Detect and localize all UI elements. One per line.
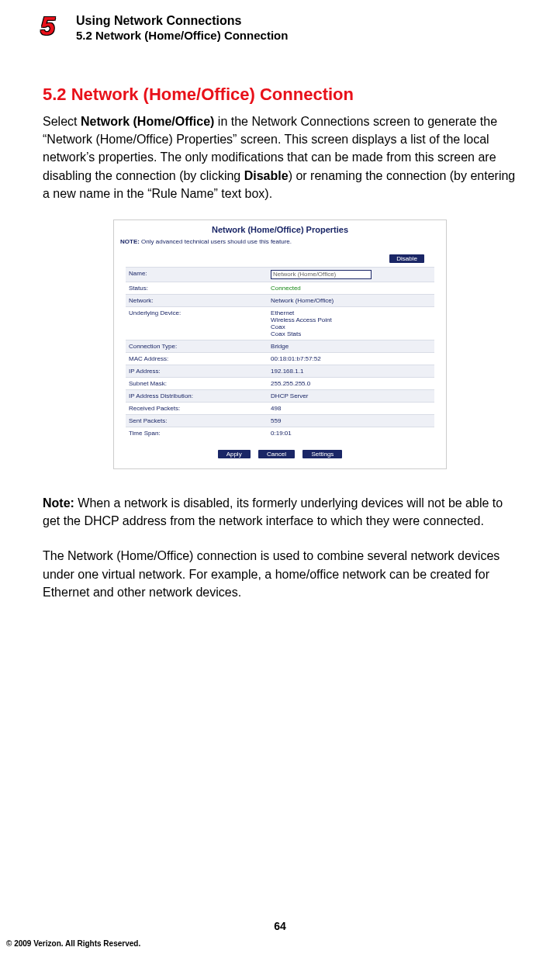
property-value: Connected: [268, 282, 434, 294]
property-key: Sent Packets:: [126, 414, 268, 427]
properties-table: Name:Status:ConnectedNetwork:Network (Ho…: [126, 267, 434, 439]
intro-paragraph: Select Network (Home/Office) in the Netw…: [43, 112, 517, 202]
screenshot-title: Network (Home/Office) Properties: [114, 220, 446, 237]
property-key: Network:: [126, 294, 268, 306]
property-value: Bridge: [268, 340, 434, 352]
property-key: IP Address:: [126, 365, 268, 377]
page-number: 64: [0, 920, 560, 932]
intro-text: Select: [43, 115, 81, 128]
table-row: Underlying Device:EthernetWireless Acces…: [126, 306, 434, 340]
property-key: Name:: [126, 267, 268, 282]
table-row: Subnet Mask:255.255.255.0: [126, 377, 434, 389]
table-row: IP Address:192.168.1.1: [126, 365, 434, 377]
copyright: © 2009 Verizon. All Rights Reserved.: [6, 939, 140, 948]
property-value: 0:19:01: [268, 427, 434, 439]
table-row: Time Span:0:19:01: [126, 427, 434, 439]
property-key: Status:: [126, 282, 268, 294]
table-row: Status:Connected: [126, 282, 434, 294]
property-value: 255.255.255.0: [268, 377, 434, 389]
property-key: Subnet Mask:: [126, 377, 268, 389]
property-value: DHCP Server: [268, 389, 434, 402]
properties-screenshot: Network (Home/Office) Properties NOTE: O…: [113, 219, 447, 469]
table-row: Network:Network (Home/Office): [126, 294, 434, 306]
property-value: [268, 267, 434, 282]
property-key: Connection Type:: [126, 340, 268, 352]
property-key: Time Span:: [126, 427, 268, 439]
action-bar: Apply Cancel Settings: [114, 439, 446, 468]
disable-button[interactable]: Disable: [389, 254, 424, 263]
property-key: IP Address Distribution:: [126, 389, 268, 402]
page-content: 5.2 Network (Home/Office) Connection Sel…: [0, 42, 560, 601]
note-label: Note:: [43, 496, 74, 510]
table-row: Sent Packets:559: [126, 414, 434, 427]
header-subtitle: 5.2 Network (Home/Office) Connection: [76, 29, 560, 42]
property-value: 498: [268, 402, 434, 414]
screenshot-note-text: Only advanced technical users should use…: [140, 238, 292, 245]
intro-bold-network: Network (Home/Office): [81, 115, 214, 128]
property-value: 00:18:01:b7:57:52: [268, 352, 434, 365]
page-header: 5 Using Network Connections 5.2 Network …: [0, 0, 560, 42]
section-heading: 5.2 Network (Home/Office) Connection: [43, 85, 517, 105]
table-row: Name:: [126, 267, 434, 282]
property-key: Received Packets:: [126, 402, 268, 414]
property-key: MAC Address:: [126, 352, 268, 365]
settings-button[interactable]: Settings: [302, 450, 342, 458]
description-paragraph: The Network (Home/Office) connection is …: [43, 547, 517, 601]
note-text: When a network is disabled, its formerly…: [43, 496, 503, 527]
table-row: Connection Type:Bridge: [126, 340, 434, 352]
property-value: 559: [268, 414, 434, 427]
rule-name-input[interactable]: [271, 270, 372, 279]
property-key: Underlying Device:: [126, 306, 268, 340]
chapter-number: 5: [40, 11, 55, 41]
screenshot-note-label: NOTE:: [120, 238, 140, 245]
cancel-button[interactable]: Cancel: [258, 450, 295, 458]
property-value: EthernetWireless Access PointCoaxCoax St…: [268, 306, 434, 340]
header-title: Using Network Connections: [76, 14, 560, 28]
intro-bold-disable: Disable: [244, 169, 289, 182]
screenshot-note: NOTE: Only advanced technical users shou…: [114, 237, 446, 250]
property-value: 192.168.1.1: [268, 365, 434, 377]
apply-button[interactable]: Apply: [218, 450, 251, 458]
table-row: IP Address Distribution:DHCP Server: [126, 389, 434, 402]
property-value: Network (Home/Office): [268, 294, 434, 306]
table-row: Received Packets:498: [126, 402, 434, 414]
table-row: MAC Address:00:18:01:b7:57:52: [126, 352, 434, 365]
note-paragraph: Note: When a network is disabled, its fo…: [43, 494, 517, 530]
